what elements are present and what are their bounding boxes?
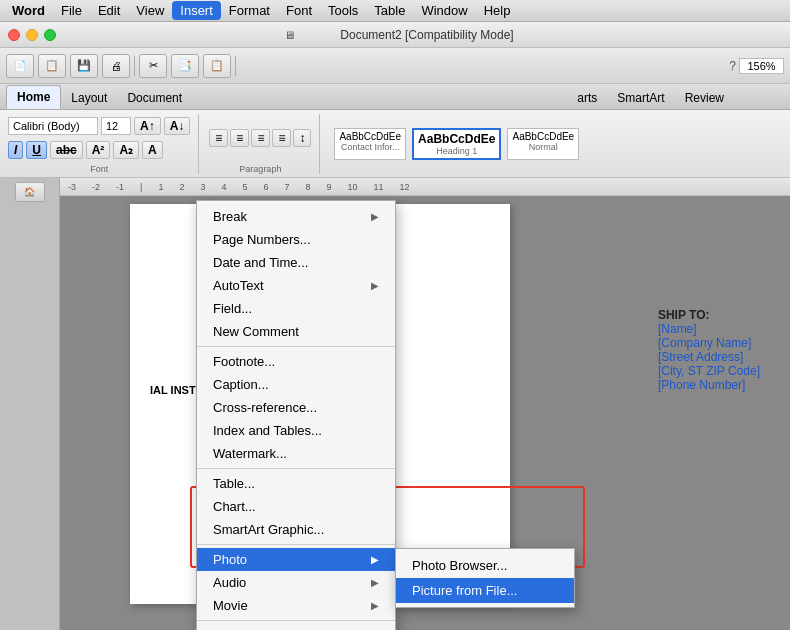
menu-view[interactable]: View <box>128 1 172 20</box>
toolbar-btn-cut[interactable]: ✂ <box>139 54 167 78</box>
submenu-item-photo-browser[interactable]: Photo Browser... <box>396 553 574 578</box>
ship-to-street: [Street Address] <box>658 350 760 364</box>
font-section-label: Font <box>8 164 190 174</box>
ship-to-phone: [Phone Number] <box>658 378 760 392</box>
menu-item-audio[interactable]: Audio ▶ <box>197 571 395 594</box>
ship-to-company: [Company Name] <box>658 336 760 350</box>
app-name[interactable]: Word <box>4 1 53 20</box>
justify[interactable]: ≡ <box>272 129 291 147</box>
separator-2 <box>197 468 395 469</box>
ship-to-name: [Name] <box>658 322 760 336</box>
tab-layout[interactable]: Layout <box>61 87 117 109</box>
menu-item-caption[interactable]: Caption... <box>197 373 395 396</box>
menu-format[interactable]: Format <box>221 1 278 20</box>
menu-item-date-time[interactable]: Date and Time... <box>197 251 395 274</box>
menu-font[interactable]: Font <box>278 1 320 20</box>
menu-edit[interactable]: Edit <box>90 1 128 20</box>
minimize-button[interactable] <box>26 29 38 41</box>
underline-button[interactable]: U <box>26 141 47 159</box>
style-heading1[interactable]: AaBbCcDdEe Heading 1 <box>412 128 501 160</box>
ribbon-section-font: Calibri (Body) 12 A↑ A↓ I U abc A² A₂ A … <box>8 114 199 174</box>
left-panel: 🏠 <box>0 178 60 630</box>
separator-1 <box>197 346 395 347</box>
style-contact[interactable]: AaBbCcDdEe Contact Infor... <box>334 128 406 160</box>
styles-section: AaBbCcDdEe Contact Infor... AaBbCcDdEe H… <box>330 124 782 164</box>
line-spacing[interactable]: ↕ <box>293 129 311 147</box>
tab-smartart[interactable]: SmartArt <box>607 87 674 109</box>
ship-to-title: SHIP TO: <box>658 308 760 322</box>
menu-bar: Word File Edit View Insert Format Font T… <box>0 0 790 22</box>
menu-item-cross-reference[interactable]: Cross-reference... <box>197 396 395 419</box>
font-size-increase[interactable]: A↑ <box>134 117 161 135</box>
photo-arrow: ▶ <box>371 554 379 565</box>
tab-review[interactable]: Review <box>675 87 734 109</box>
toolbar-btn-2[interactable]: 📋 <box>38 54 66 78</box>
menu-window[interactable]: Window <box>413 1 475 20</box>
menu-item-page-numbers[interactable]: Page Numbers... <box>197 228 395 251</box>
ship-to-city: [City, ST ZIP Code] <box>658 364 760 378</box>
menu-item-photo[interactable]: Photo ▶ <box>197 548 395 571</box>
menu-table[interactable]: Table <box>366 1 413 20</box>
tab-document[interactable]: Document <box>117 87 192 109</box>
style-normal[interactable]: AaBbCcDdEe Normal <box>507 128 579 160</box>
close-button[interactable] <box>8 29 20 41</box>
subscript-button[interactable]: A₂ <box>113 141 139 159</box>
font-name-input[interactable]: Calibri (Body) <box>8 117 98 135</box>
italic-button[interactable]: I <box>8 141 23 159</box>
toolbar-btn-print[interactable]: 🖨 <box>102 54 130 78</box>
font-size-input[interactable]: 12 <box>101 117 131 135</box>
separator-3 <box>197 544 395 545</box>
align-left[interactable]: ≡ <box>209 129 228 147</box>
menu-item-clip-art[interactable]: Clip Art <box>197 624 395 630</box>
font-format-controls: I U abc A² A₂ A <box>8 138 190 162</box>
toolbar-btn-copy[interactable]: 📑 <box>171 54 199 78</box>
menu-item-new-comment[interactable]: New Comment <box>197 320 395 343</box>
style-preview-text-3: AaBbCcDdEe <box>512 131 574 142</box>
menu-item-smartart[interactable]: SmartArt Graphic... <box>197 518 395 541</box>
menu-item-movie[interactable]: Movie ▶ <box>197 594 395 617</box>
menu-item-footnote[interactable]: Footnote... <box>197 350 395 373</box>
align-center[interactable]: ≡ <box>230 129 249 147</box>
photo-submenu: Photo Browser... Picture from File... <box>395 548 575 608</box>
submenu-item-picture-from-file[interactable]: Picture from File... <box>396 578 574 603</box>
document-area: 🏠 -3-2-1 | 123456789101112 IAL INSTRUCTI… <box>0 178 790 630</box>
break-arrow: ▶ <box>371 211 379 222</box>
ribbon-tabs: Home Layout Document arts SmartArt Revie… <box>0 84 790 110</box>
style-name-3: Normal <box>512 142 574 152</box>
paragraph-controls: ≡ ≡ ≡ ≡ ↕ <box>209 114 311 162</box>
font-color-button[interactable]: A <box>142 141 163 159</box>
menu-file[interactable]: File <box>53 1 90 20</box>
tab-arts[interactable]: arts <box>567 87 607 109</box>
menu-tools[interactable]: Tools <box>320 1 366 20</box>
photo-submenu-container: Photo ▶ Photo Browser... Picture from Fi… <box>197 548 395 571</box>
menu-item-break[interactable]: Break ▶ <box>197 205 395 228</box>
menu-item-autotext[interactable]: AutoText ▶ <box>197 274 395 297</box>
menu-item-table[interactable]: Table... <box>197 472 395 495</box>
left-tool-1[interactable]: 🏠 <box>15 182 45 202</box>
font-size-decrease[interactable]: A↓ <box>164 117 191 135</box>
maximize-button[interactable] <box>44 29 56 41</box>
menu-item-chart[interactable]: Chart... <box>197 495 395 518</box>
zoom-level[interactable]: 156% <box>739 58 784 74</box>
audio-arrow: ▶ <box>371 577 379 588</box>
ruler: -3-2-1 | 123456789101112 <box>60 178 790 196</box>
menu-item-index-tables[interactable]: Index and Tables... <box>197 419 395 442</box>
style-name-2: Heading 1 <box>418 146 495 156</box>
toolbar-btn-save[interactable]: 💾 <box>70 54 98 78</box>
tab-home[interactable]: Home <box>6 85 61 109</box>
ribbon-section-paragraph: ≡ ≡ ≡ ≡ ↕ Paragraph <box>209 114 320 174</box>
toolbar: 📄 📋 💾 🖨 ✂ 📑 📋 ? 156% <box>0 48 790 84</box>
ribbon-content: Calibri (Body) 12 A↑ A↓ I U abc A² A₂ A … <box>0 110 790 178</box>
menu-insert[interactable]: Insert <box>172 1 221 20</box>
menu-item-watermark[interactable]: Watermark... <box>197 442 395 465</box>
align-right[interactable]: ≡ <box>251 129 270 147</box>
toolbar-btn-paste[interactable]: 📋 <box>203 54 231 78</box>
insert-dropdown-menu: Break ▶ Page Numbers... Date and Time...… <box>196 200 396 630</box>
menu-item-field[interactable]: Field... <box>197 297 395 320</box>
toolbar-btn-1[interactable]: 📄 <box>6 54 34 78</box>
superscript-button[interactable]: A² <box>86 141 111 159</box>
separator-4 <box>197 620 395 621</box>
strikethrough-button[interactable]: abc <box>50 141 83 159</box>
menu-help[interactable]: Help <box>476 1 519 20</box>
window-area: 🖥 Document2 [Compatibility Mode] 📄 📋 💾 🖨… <box>0 22 790 630</box>
